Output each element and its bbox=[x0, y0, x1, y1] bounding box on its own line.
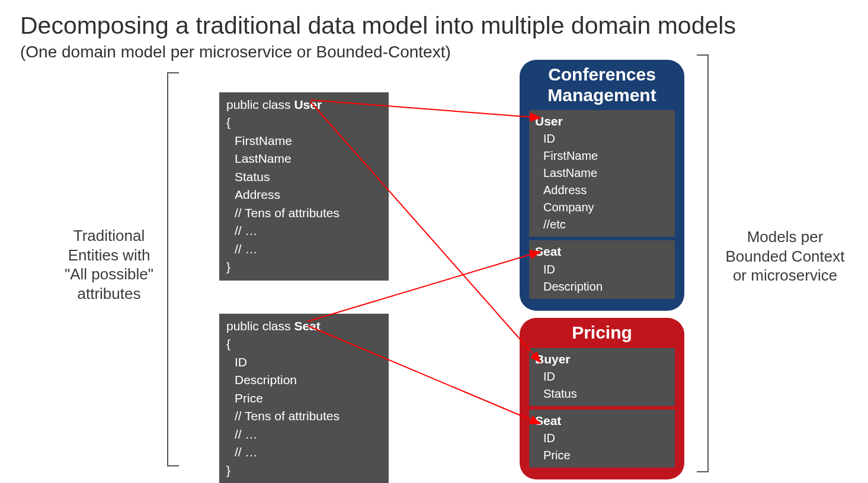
entity-attr: FirstName bbox=[535, 147, 669, 165]
traditional-user-class: public class User{FirstNameLastNameStatu… bbox=[219, 92, 389, 281]
pricing-entity-seat: SeatIDPrice bbox=[529, 410, 675, 468]
bc-pricing-title: Pricing bbox=[527, 323, 677, 343]
entity-name: User bbox=[535, 112, 669, 130]
code-line: // Tens of attributes bbox=[226, 204, 382, 222]
entity-attr: ID bbox=[535, 130, 669, 147]
code-line: LastName bbox=[226, 150, 382, 168]
code-line: // … bbox=[226, 426, 382, 443]
entity-attr: Description bbox=[535, 278, 669, 295]
entity-attr: ID bbox=[535, 261, 669, 278]
code-line: // … bbox=[226, 222, 382, 240]
code-line: Description bbox=[226, 371, 382, 389]
traditional-seat-class: public class Seat{IDDescriptionPrice// T… bbox=[219, 314, 389, 483]
code-line: ID bbox=[226, 353, 382, 371]
entity-attr: ID bbox=[535, 368, 669, 385]
bc-conferences-title: Conferences Management bbox=[527, 65, 677, 105]
pricing-entity-buyer: BuyerIDStatus bbox=[529, 348, 675, 406]
code-line: // … bbox=[226, 443, 382, 461]
conferences-entity-user: UserIDFirstNameLastNameAddressCompany//e… bbox=[529, 110, 675, 237]
bc-pricing: Pricing BuyerIDStatusSeatIDPrice bbox=[520, 318, 684, 479]
code-line: // … bbox=[226, 240, 382, 258]
left-bracket bbox=[167, 72, 179, 466]
left-label: Traditional Entities with "All possible"… bbox=[62, 226, 156, 303]
entity-attr: LastName bbox=[535, 165, 669, 182]
code-line: FirstName bbox=[226, 132, 382, 150]
bc-conferences: Conferences Management UserIDFirstNameLa… bbox=[520, 60, 684, 311]
entity-attr: Status bbox=[535, 385, 669, 402]
diagram-subtitle: (One domain model per microservice or Bo… bbox=[20, 43, 451, 62]
code-line: Status bbox=[226, 168, 382, 186]
right-label: Models per Bounded Context or microservi… bbox=[720, 227, 850, 285]
right-bracket bbox=[697, 54, 709, 472]
code-line: { bbox=[226, 335, 382, 353]
entity-name: Buyer bbox=[535, 350, 669, 368]
code-line: Address bbox=[226, 186, 382, 204]
class-declaration: public class User bbox=[226, 96, 382, 114]
conferences-entity-seat: SeatIDDescription bbox=[529, 240, 675, 298]
entity-attr: Address bbox=[535, 182, 669, 199]
code-line: { bbox=[226, 114, 382, 131]
entity-attr: Company bbox=[535, 199, 669, 216]
code-line: Price bbox=[226, 389, 382, 407]
class-declaration: public class Seat bbox=[226, 317, 382, 335]
entity-attr: Price bbox=[535, 447, 669, 464]
code-line: // Tens of attributes bbox=[226, 407, 382, 425]
code-line: } bbox=[226, 258, 382, 276]
entity-name: Seat bbox=[535, 412, 669, 430]
entity-name: Seat bbox=[535, 243, 669, 260]
code-line: } bbox=[226, 462, 382, 479]
entity-attr: //etc bbox=[535, 216, 669, 233]
diagram-title: Decomposing a traditional data model int… bbox=[20, 12, 736, 40]
entity-attr: ID bbox=[535, 430, 669, 447]
